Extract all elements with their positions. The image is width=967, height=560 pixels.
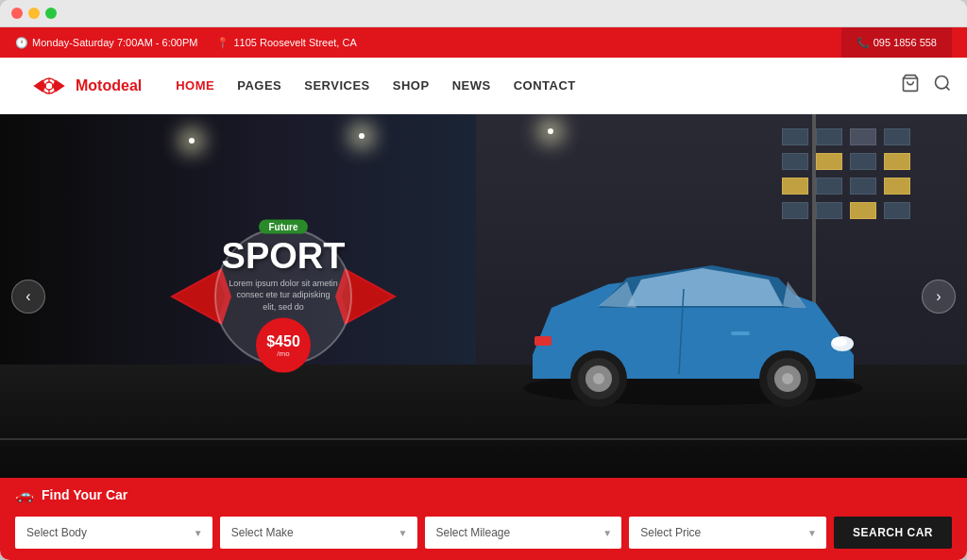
clock-icon: 🕐 [15, 37, 28, 49]
mileage-select[interactable]: Select Mileage Under 10k 10k-30k 30k-60k [425, 517, 622, 549]
browser-content: 🕐 Monday-Saturday 7:00AM - 6:00PM 📍 1105… [0, 27, 967, 560]
phone-text: 095 1856 558 [874, 37, 937, 48]
body-select[interactable]: Select Body Sedan SUV Truck Coupe [15, 517, 212, 549]
find-car-section: 🚗 Find Your Car Select Body Sedan SUV Tr… [0, 478, 967, 560]
browser-dot-minimize[interactable] [28, 8, 40, 19]
price-select[interactable]: Select Price Under $10k $10k-$20k $20k-$… [629, 517, 826, 549]
svg-point-10 [832, 337, 847, 347]
prev-arrow-button[interactable]: ‹ [11, 280, 45, 314]
price-badge: $450 /mo [256, 318, 311, 373]
top-bar: 🕐 Monday-Saturday 7:00AM - 6:00PM 📍 1105… [0, 27, 967, 58]
address-info: 📍 1105 Roosevelt Street, CA [216, 37, 356, 49]
mileage-select-wrapper: Select Mileage Under 10k 10k-30k 30k-60k… [425, 517, 622, 549]
find-car-title: Find Your Car [42, 487, 127, 502]
hero-badge: Future SPORT Lorem ipsum dolor sit ameti… [161, 216, 406, 377]
cart-button[interactable] [901, 74, 920, 97]
nav-news[interactable]: NEWS [452, 78, 491, 93]
find-car-header: 🚗 Find Your Car [15, 485, 952, 509]
logo-area: Motodeal [15, 64, 157, 108]
svg-point-7 [936, 76, 948, 89]
svg-point-15 [593, 373, 604, 384]
nav-pages[interactable]: PAGES [237, 78, 281, 93]
top-bar-phone: 📞 095 1856 558 [841, 27, 952, 58]
svg-rect-21 [731, 331, 750, 335]
road-line [0, 438, 967, 440]
car-icon: 🚗 [15, 485, 34, 503]
nav-shop[interactable]: SHOP [393, 78, 430, 93]
address-text: 1105 Roosevelt Street, CA [233, 37, 356, 48]
find-car-body: Select Body Sedan SUV Truck Coupe ▼ Sele… [15, 509, 952, 560]
spotlight-1 [189, 138, 195, 144]
nav-links: HOME PAGES SERVICES SHOP NEWS CONTACT [176, 78, 901, 93]
phone-icon: 📞 [857, 37, 870, 49]
browser-dot-close[interactable] [11, 8, 23, 19]
top-bar-info: 🕐 Monday-Saturday 7:00AM - 6:00PM 📍 1105… [15, 37, 841, 49]
sport-text: SPORT [222, 237, 346, 273]
price-select-wrapper: Select Price Under $10k $10k-$20k $20k-$… [629, 517, 826, 549]
logo-text: Motodeal [76, 77, 142, 94]
svg-point-19 [782, 373, 793, 384]
hours-text: Monday-Saturday 7:00AM - 6:00PM [32, 37, 197, 48]
browser-window: 🕐 Monday-Saturday 7:00AM - 6:00PM 📍 1105… [0, 0, 967, 560]
spotlight-3 [548, 128, 553, 134]
lorem-text: Lorem ipsum dolor sit ametin consec ete … [229, 277, 338, 313]
price-amount: $450 [266, 333, 300, 348]
browser-chrome [0, 0, 967, 27]
spotlight-2 [359, 133, 365, 139]
pin-icon: 📍 [216, 37, 229, 49]
hours-info: 🕐 Monday-Saturday 7:00AM - 6:00PM [15, 37, 197, 49]
nav-icons [901, 74, 952, 97]
make-select-wrapper: Select Make Toyota Honda Ford ▼ [220, 517, 417, 549]
hero-scene [0, 114, 967, 478]
search-button[interactable] [933, 74, 952, 97]
nav-bar: Motodeal HOME PAGES SERVICES SHOP NEWS C… [0, 58, 967, 114]
search-car-button[interactable]: SEARCH CAR [834, 517, 952, 549]
browser-dot-maximize[interactable] [45, 8, 57, 19]
car-image [495, 232, 891, 421]
nav-home[interactable]: HOME [176, 78, 214, 93]
next-arrow-button[interactable]: › [922, 280, 956, 314]
body-select-wrapper: Select Body Sedan SUV Truck Coupe ▼ [15, 517, 212, 549]
nav-contact[interactable]: CONTACT [514, 78, 576, 93]
price-per: /mo [277, 348, 289, 357]
svg-point-1 [45, 82, 53, 90]
nav-services[interactable]: SERVICES [304, 78, 370, 93]
logo-icon [30, 72, 68, 100]
future-badge: Future [259, 219, 307, 233]
hero-section: Future SPORT Lorem ipsum dolor sit ameti… [0, 114, 967, 478]
make-select[interactable]: Select Make Toyota Honda Ford [220, 517, 417, 549]
svg-rect-11 [534, 336, 551, 346]
